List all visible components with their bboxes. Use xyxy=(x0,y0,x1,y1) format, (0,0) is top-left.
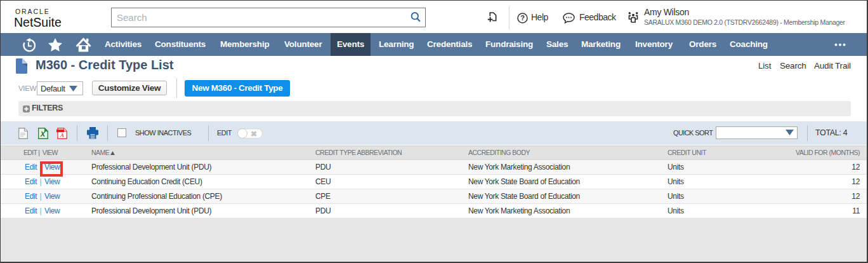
svg-text:X: X xyxy=(40,130,46,138)
svg-text:?: ? xyxy=(520,14,525,22)
svg-text:A: A xyxy=(60,132,64,138)
